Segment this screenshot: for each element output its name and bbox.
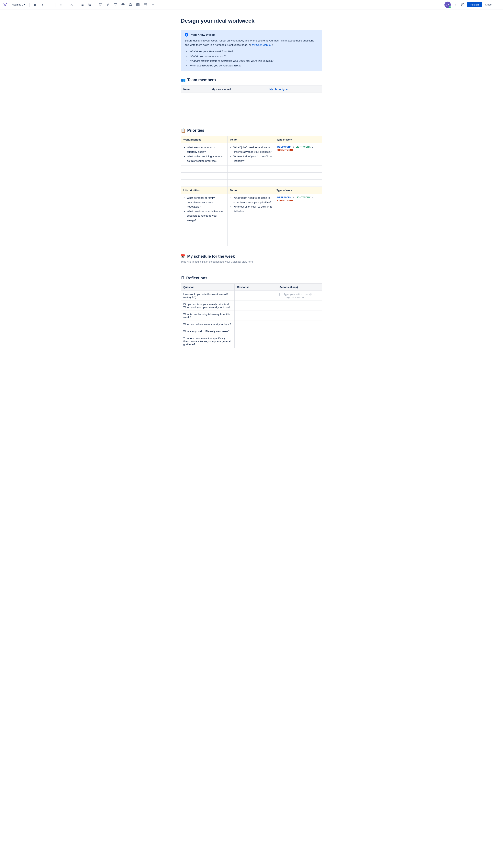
toolbar-divider-4 xyxy=(77,3,77,7)
close-button[interactable]: Close xyxy=(484,2,493,7)
svg-rect-11 xyxy=(90,5,91,6)
team-cell[interactable] xyxy=(181,107,209,114)
text-color-button[interactable]: A xyxy=(69,2,74,8)
work-cell[interactable] xyxy=(181,179,228,187)
reflection-action-4[interactable] xyxy=(277,328,322,335)
reflections-section-heading: 🗒 Reflections xyxy=(181,276,322,280)
reflection-action-1[interactable] xyxy=(277,301,322,311)
reflection-question-2: What is one learning takeaway from this … xyxy=(181,311,234,321)
link-button[interactable] xyxy=(105,2,111,8)
reflection-action-3[interactable] xyxy=(277,321,322,328)
team-cell[interactable] xyxy=(267,93,322,100)
life-priorities-col1[interactable]: What personal or family commitments are … xyxy=(181,194,228,225)
publish-button[interactable]: Publish xyxy=(467,2,482,7)
work-todo-col2[interactable]: What "jobs" need to be done in order to … xyxy=(228,143,274,165)
user-manual-link[interactable]: My User Manual xyxy=(252,43,271,46)
life-cell[interactable] xyxy=(274,239,322,246)
task-button[interactable] xyxy=(98,2,104,8)
life-cell[interactable] xyxy=(228,225,274,232)
life-cell[interactable] xyxy=(274,232,322,239)
team-cell[interactable] xyxy=(209,100,267,107)
reflection-response-0[interactable] xyxy=(234,291,277,301)
life-priorities-header-row: Life priorities To do Type of work xyxy=(181,187,322,194)
avatar-status-badge xyxy=(449,6,451,8)
work-cell[interactable] xyxy=(228,172,274,179)
bold-button[interactable]: B xyxy=(32,2,38,8)
work-cell[interactable] xyxy=(274,165,322,172)
life-todo-col2[interactable]: What "jobs" need to be done in order to … xyxy=(228,194,274,225)
table-button[interactable] xyxy=(135,2,141,8)
page-title: Design your ideal workweek xyxy=(181,17,322,24)
work-todo-list: What "jobs" need to be done in order to … xyxy=(230,145,272,163)
reflection-question-3: When and where were you at your best? xyxy=(181,321,234,328)
life-cell[interactable] xyxy=(228,232,274,239)
mention-button[interactable] xyxy=(120,2,126,8)
work-cell[interactable] xyxy=(228,179,274,187)
svg-point-0 xyxy=(81,3,82,4)
reflections-icon: 🗒 xyxy=(181,276,185,280)
reflection-response-4[interactable] xyxy=(234,328,277,335)
add-collaborator-button[interactable]: + xyxy=(452,2,458,8)
life-cell[interactable] xyxy=(228,239,274,246)
reflection-response-2[interactable] xyxy=(234,311,277,321)
table-row: What is one learning takeaway from this … xyxy=(181,311,322,321)
reflection-response-3[interactable] xyxy=(234,321,277,328)
action-placeholder: Type your action, use '@' to assign to s… xyxy=(284,293,320,299)
svg-rect-24 xyxy=(144,3,147,4)
work-cell[interactable] xyxy=(274,172,322,179)
schedule-section-heading: 📅 My schedule for the week xyxy=(181,254,322,259)
team-col-chronotype: My chronotype xyxy=(267,85,322,93)
light-work-tag: LIGHT WORK xyxy=(295,145,312,148)
team-cell[interactable] xyxy=(267,107,322,114)
list-item: What does your ideal week look like? xyxy=(189,49,318,54)
reflection-action-5[interactable] xyxy=(277,335,322,348)
insert-button[interactable]: + xyxy=(150,2,156,8)
team-cell[interactable] xyxy=(267,100,322,107)
toolbar-divider-2 xyxy=(55,3,55,7)
life-priorities-list: What personal or family commitments are … xyxy=(183,196,225,223)
number-list-button[interactable]: 1. 2. 3. xyxy=(87,2,93,8)
version-history-button[interactable] xyxy=(460,2,466,8)
life-cell[interactable] xyxy=(181,239,228,246)
team-cell[interactable] xyxy=(209,107,267,114)
team-cell[interactable] xyxy=(209,93,267,100)
reflection-action-0[interactable]: Type your action, use '@' to assign to s… xyxy=(277,291,322,301)
life-todo-list: What "jobs" need to be done in order to … xyxy=(230,196,272,214)
table-row: Did you achieve your weekly priorities? … xyxy=(181,301,322,311)
team-cell[interactable] xyxy=(181,100,209,107)
list-item: What "jobs" need to be done in order to … xyxy=(233,145,272,154)
more-options-button[interactable]: ··· xyxy=(495,2,501,8)
page-content: Design your ideal workweek i Prep: Know … xyxy=(177,9,326,372)
work-cell[interactable] xyxy=(181,165,228,172)
image-button[interactable] xyxy=(113,2,118,8)
work-cell[interactable] xyxy=(181,172,228,179)
team-cell[interactable] xyxy=(181,93,209,100)
table-header-row: Name My user manual My chronotype xyxy=(181,85,322,93)
work-priorities-col1[interactable]: What are your annual or quarterly goals?… xyxy=(181,143,228,165)
align-button[interactable]: ≡ xyxy=(58,2,64,8)
bullet-list-button[interactable] xyxy=(80,2,85,8)
work-cell[interactable] xyxy=(228,165,274,172)
priorities-section-heading: 📋 Priorities xyxy=(181,128,322,133)
work-cell[interactable] xyxy=(274,179,322,187)
work-priorities-list: What are your annual or quarterly goals?… xyxy=(183,145,225,163)
work-col-priorities: Work priorities xyxy=(181,136,228,143)
life-cell[interactable] xyxy=(274,225,322,232)
reflection-response-1[interactable] xyxy=(234,301,277,311)
italic-button[interactable]: I xyxy=(40,2,45,8)
action-checkbox[interactable] xyxy=(280,293,282,296)
life-light-work-tag: LIGHT WORK xyxy=(295,196,312,199)
avatar: CK xyxy=(444,2,451,8)
reflection-action-2[interactable] xyxy=(277,311,322,321)
life-cell[interactable] xyxy=(181,232,228,239)
emoji-button[interactable] xyxy=(127,2,134,8)
expand-button[interactable] xyxy=(143,2,148,8)
team-col-manual: My user manual xyxy=(209,85,267,93)
heading-selector[interactable]: Heading 2 ▾ xyxy=(10,2,27,7)
more-text-button[interactable]: ··· xyxy=(47,2,53,8)
table-row xyxy=(181,232,322,239)
life-cell[interactable] xyxy=(181,225,228,232)
reflection-response-5[interactable] xyxy=(234,335,277,348)
list-item: What is the one thing you must do this w… xyxy=(187,154,225,163)
svg-rect-7 xyxy=(90,4,91,4)
